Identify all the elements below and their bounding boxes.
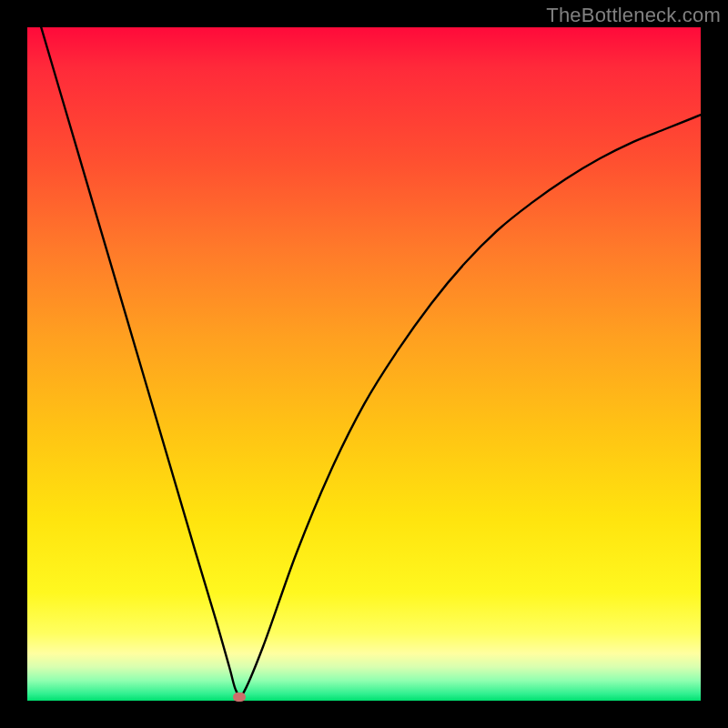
watermark-text: TheBottleneck.com <box>546 4 721 27</box>
minimum-marker <box>233 693 246 702</box>
chart-frame: TheBottleneck.com <box>0 0 728 728</box>
bottleneck-curve <box>27 27 701 701</box>
plot-area <box>27 27 701 701</box>
